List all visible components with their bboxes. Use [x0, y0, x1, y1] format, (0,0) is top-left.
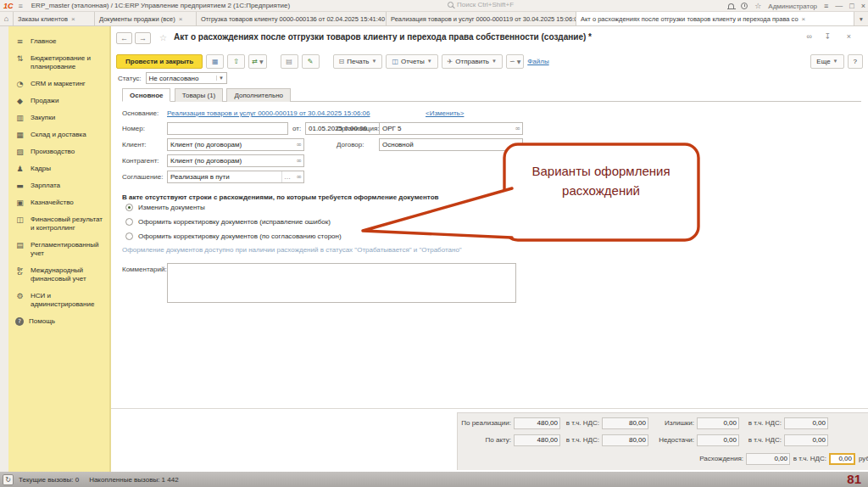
radio-icon [125, 204, 133, 211]
document-title: Акт о расхождениях после отгрузки товаро… [174, 32, 592, 42]
purchases-icon: ▥ [14, 114, 25, 122]
back-button[interactable]: ← [116, 32, 132, 44]
radio-change-documents[interactable]: Изменить документы [125, 204, 205, 211]
comment-label: Комментарий: [122, 266, 167, 273]
send-icon: ✈ [448, 58, 453, 65]
edit-status-button[interactable]: ✎ [302, 54, 320, 69]
print-button[interactable]: ⊟Печать▼ [333, 54, 383, 69]
app-window: 1С ≡ ERP_master (эталонная) / 1C:ERP Упр… [0, 0, 868, 487]
more-button[interactable]: Еще▼ [810, 54, 843, 69]
sidebar-item-help[interactable]: ?Помощь [8, 313, 109, 330]
sidebar-item-crm[interactable]: ◔CRM и маркетинг [8, 76, 109, 92]
form-tabs: Основное Товары (1) Дополнительно [122, 88, 861, 102]
basis-link[interactable]: Реализация товаров и услуг 0000-000119 о… [167, 109, 370, 117]
tab-realization[interactable]: Реализация товаров и услуг 0000-000119 о… [387, 12, 576, 25]
tab-orders[interactable]: Заказы клиентов× [14, 12, 95, 25]
save-button[interactable]: ▦ [206, 54, 224, 69]
sidebar-item-budgeting[interactable]: ⇅Бюджетирование и планирование [8, 50, 109, 76]
send-button[interactable]: ✈Отправить▼ [442, 54, 503, 69]
agreement-select-button[interactable]: … [281, 171, 292, 182]
sidebar-item-purchases[interactable]: ▥Закупки [8, 109, 109, 126]
link-icon[interactable]: ∞ [296, 139, 302, 150]
agreement-input[interactable]: Реализация в пути…∞ [167, 171, 304, 183]
main-menu-icon[interactable]: ≡ [824, 2, 828, 10]
printer-icon: ⊟ [339, 58, 345, 65]
global-search[interactable]: Поиск Ctrl+Shift+F [448, 1, 514, 8]
maximize-button[interactable]: □ [849, 2, 854, 10]
change-basis-link[interactable]: <Изменить> [426, 109, 464, 117]
link-icon[interactable]: ∞ [296, 171, 302, 182]
favorites-icon[interactable]: ☆ [754, 2, 761, 10]
history-icon[interactable] [741, 3, 748, 9]
tab-additional[interactable]: Дополнительно [226, 88, 291, 102]
sidebar-item-main[interactable]: ≡Главное [8, 33, 109, 50]
sidebar-item-salary[interactable]: ▬Зарплата [8, 177, 109, 194]
status-select[interactable]: Не согласовано ▼ [146, 72, 227, 84]
close-tab-icon[interactable]: × [71, 15, 75, 23]
tab-main[interactable]: Основное [122, 88, 170, 102]
sidebar-item-hr[interactable]: ♟Кадры [8, 160, 109, 177]
discrepancy-vat-input[interactable]: 0,00 [829, 453, 855, 465]
tab-goods[interactable]: Товары (1) [175, 88, 224, 102]
close-document-icon[interactable]: × [847, 32, 851, 41]
post-document-button[interactable]: ⇧ [227, 54, 245, 69]
number-label: Номер: [122, 125, 145, 132]
calls-icon[interactable]: ↻ [3, 474, 14, 485]
reports-button[interactable]: ◫Отчеты▼ [386, 54, 437, 69]
current-calls: Текущие вызовы: 0 [19, 476, 79, 484]
get-link-icon[interactable]: ∞ [807, 32, 812, 41]
chevron-down-icon: ▼ [371, 59, 376, 64]
sidebar-item-warehouse[interactable]: ▦Склад и доставка [8, 126, 109, 143]
link-icon[interactable]: ∞ [515, 123, 520, 134]
close-tab-icon[interactable]: × [179, 15, 183, 23]
radio-correction-errors[interactable]: Оформить корректировку документов (испра… [125, 218, 331, 226]
hamburger-icon[interactable]: ≡ [19, 2, 23, 10]
home-tab[interactable]: ⌂ [0, 12, 14, 25]
paperclip-icon: ∽ [509, 58, 515, 65]
home-icon: ⌂ [4, 14, 8, 23]
comment-input[interactable] [167, 263, 516, 303]
pin-window-icon[interactable]: ↧ [824, 32, 831, 41]
tab-discrepancy-act[interactable]: Акт о расхождениях после отгрузки товаро… [576, 12, 854, 25]
tab-list-dropdown[interactable]: ▾ [854, 12, 868, 25]
sidebar-item-regulated-accounting[interactable]: ▤Регламентированный учет [8, 237, 109, 262]
tab-shipment[interactable]: Отгрузка товаров клиенту 0000-000136 от … [197, 12, 387, 25]
sidebar-item-production[interactable]: ▨Производство [8, 143, 109, 160]
notifications-icon[interactable] [728, 3, 734, 8]
tab-sales-documents[interactable]: Документы продажи (все)× [95, 12, 197, 25]
files-link[interactable]: Файлы [527, 58, 548, 65]
status-label: Статус: [118, 75, 142, 82]
number-input[interactable] [167, 122, 288, 135]
forward-button[interactable]: → [135, 32, 151, 44]
report-icon: ◫ [392, 58, 398, 65]
discrepancy-hint: Оформление документов доступно при налич… [122, 246, 462, 254]
sidebar-item-finance-result[interactable]: ◫Финансовый результат и контроллинг [8, 211, 109, 237]
favorite-star-icon[interactable]: ☆ [159, 33, 167, 42]
callout-text: Варианты оформления расхождений [520, 161, 682, 200]
accumulated-calls: Накопленные вызовы: 1 442 [89, 476, 178, 484]
link-icon[interactable]: ∞ [296, 155, 302, 166]
post-and-close-button[interactable]: Провести и закрыть [116, 54, 203, 69]
chevron-down-icon: ▼ [517, 59, 521, 64]
sidebar-item-intl-accounting[interactable]: Dr CrМеждународный финансовый учет [8, 262, 109, 288]
chevron-down-icon: ▼ [259, 59, 264, 64]
help-button[interactable]: ? [848, 54, 863, 69]
basis-label: Основание: [122, 109, 159, 117]
sidebar-item-sales[interactable]: ◆Продажи [8, 92, 109, 109]
minimize-button[interactable]: — [835, 2, 843, 10]
client-input[interactable]: Клиент (по договорам)∞ [167, 138, 304, 151]
create-based-on-button[interactable]: ⇄▼ [248, 54, 266, 69]
total-by-sale: 480,00 [514, 417, 560, 429]
counterparty-input[interactable]: Клиент (по договорам)∞ [167, 154, 304, 167]
document-register-button[interactable]: ▤ [281, 54, 298, 69]
close-tab-icon[interactable]: × [802, 15, 806, 23]
radio-correction-agreement[interactable]: Оформить корректировку документов (по со… [125, 232, 342, 240]
user-name[interactable]: Администратор [768, 3, 817, 10]
close-window-button[interactable]: × [861, 2, 865, 10]
attachments-button[interactable]: ∽▼ [506, 54, 524, 69]
sidebar-item-treasury[interactable]: ▣Казначейство [8, 194, 109, 211]
sales-icon: ◆ [14, 97, 25, 105]
organization-input[interactable]: ОРГ 5∞ [379, 122, 523, 135]
sidebar-item-admin[interactable]: ⚙НСИ и администрирование [8, 288, 109, 313]
surplus-vat: 0,00 [784, 417, 828, 429]
